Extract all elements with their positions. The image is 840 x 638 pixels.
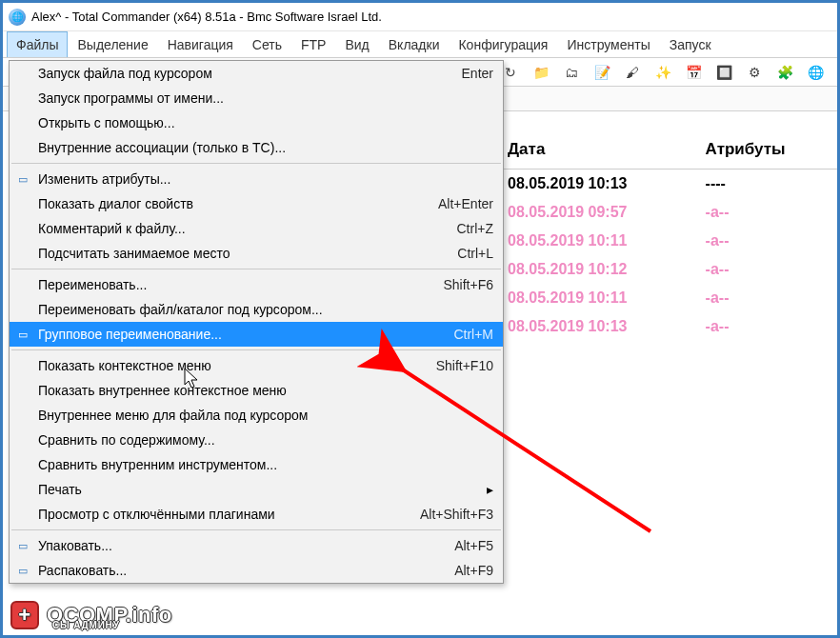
- title-bar: 🌐 Alex^ - Total Commander (x64) 8.51a - …: [3, 3, 837, 31]
- app-window: 🌐 Alex^ - Total Commander (x64) 8.51a - …: [0, 0, 840, 638]
- menu-item-label: Просмотр с отключёнными плагинами: [38, 507, 401, 522]
- puzzle-icon[interactable]: 🧩: [774, 62, 795, 83]
- table-row[interactable]: 08.05.2019 10:13-a--: [498, 312, 837, 341]
- cell-date: 08.05.2019 10:11: [498, 227, 696, 255]
- menu-item[interactable]: Показать диалог свойствAlt+Enter: [10, 191, 503, 216]
- menu-item-label: Открыть с помощью...: [38, 115, 493, 130]
- window-title: Alex^ - Total Commander (x64) 8.51a - Bm…: [31, 10, 382, 24]
- wand-icon[interactable]: ✨: [652, 62, 673, 83]
- plus-icon: +: [10, 601, 39, 629]
- menu-separator: [11, 349, 501, 350]
- menu-item-label: Внутреннее меню для файла под курсором: [38, 408, 493, 423]
- menu-item-label: Показать внутреннее контекстное меню: [38, 383, 493, 398]
- cell-date: 08.05.2019 10:13: [498, 169, 696, 199]
- menu-item[interactable]: Переименовать файл/каталог под курсором.…: [10, 297, 503, 322]
- table-row[interactable]: 08.05.2019 10:13----: [498, 169, 837, 199]
- column-header-attr[interactable]: Атрибуты: [696, 132, 837, 169]
- cell-date: 08.05.2019 10:12: [498, 255, 696, 284]
- folder-icon[interactable]: 📁: [530, 62, 551, 83]
- menu-item-shortcut: Shift+F10: [417, 358, 493, 373]
- app-icon: 🌐: [9, 9, 26, 26]
- cell-attr: -a--: [696, 198, 837, 227]
- menu-конфигурация[interactable]: Конфигурация: [449, 31, 557, 57]
- menu-item-label: Запуск файла под курсором: [38, 66, 443, 81]
- menu-вкладки[interactable]: Вкладки: [379, 31, 450, 57]
- table-row[interactable]: 08.05.2019 09:57-a--: [498, 198, 837, 227]
- menu-вид[interactable]: Вид: [335, 31, 378, 57]
- menu-item[interactable]: Подсчитать занимаемое местоCtrl+L: [10, 241, 503, 266]
- menu-item-label: Внутренние ассоциации (только в TC)...: [38, 140, 493, 155]
- watermark-sub: СЫ АДМИНУ: [52, 620, 120, 630]
- notepad-icon[interactable]: 📝: [591, 62, 612, 83]
- brush-icon[interactable]: 🖌: [622, 62, 643, 83]
- menu-item[interactable]: ▭Упаковать...Alt+F5: [10, 533, 503, 558]
- submenu-arrow-icon: ▸: [468, 482, 493, 497]
- menu-инструменты[interactable]: Инструменты: [557, 31, 659, 57]
- menu-сеть[interactable]: Сеть: [243, 31, 291, 57]
- menu-separator: [11, 529, 501, 530]
- menu-item-shortcut: Ctrl+Z: [438, 221, 494, 236]
- globe-icon[interactable]: 🌐: [805, 62, 826, 83]
- menu-item-label: Печать: [38, 482, 468, 497]
- menu-item[interactable]: Сравнить по содержимому...: [10, 428, 503, 452]
- menu-item-label: Сравнить внутренним инструментом...: [38, 457, 493, 472]
- menu-навигация[interactable]: Навигация: [158, 31, 243, 57]
- pack-icon: ▭: [15, 538, 30, 553]
- menu-item-label: Переименовать...: [38, 277, 424, 292]
- menu-ftp[interactable]: FTP: [291, 31, 335, 57]
- cell-attr: -a--: [696, 312, 837, 341]
- menu-item[interactable]: Открыть с помощью...: [10, 110, 503, 135]
- menu-item-label: Сравнить по содержимому...: [38, 432, 493, 448]
- cell-date: 08.05.2019 09:57: [498, 198, 696, 227]
- menu-item[interactable]: Внутренние ассоциации (только в TC)...: [10, 135, 503, 160]
- menu-item[interactable]: Переименовать...Shift+F6: [10, 272, 503, 297]
- menu-файлы[interactable]: Файлы: [7, 31, 68, 57]
- menu-item[interactable]: Сравнить внутренним инструментом...: [10, 452, 503, 477]
- table-row[interactable]: 08.05.2019 10:11-a--: [498, 227, 837, 255]
- menu-item[interactable]: Просмотр с отключёнными плагинамиAlt+Shi…: [10, 502, 503, 527]
- menu-item[interactable]: Запуск программы от имени...: [10, 86, 503, 110]
- menu-item-label: Подсчитать занимаемое место: [38, 246, 438, 261]
- menu-item-label: Комментарий к файлу...: [38, 221, 438, 236]
- menu-item[interactable]: Показать внутреннее контекстное меню: [10, 378, 503, 403]
- files-menu-dropdown: Запуск файла под курсоромEnterЗапуск про…: [9, 60, 504, 584]
- menu-item[interactable]: Внутреннее меню для файла под курсором: [10, 403, 503, 428]
- table-row[interactable]: 08.05.2019 10:11-a--: [498, 284, 837, 312]
- page-icon: ▭: [15, 171, 30, 187]
- menu-item-shortcut: Alt+F9: [435, 563, 493, 578]
- menu-item-shortcut: Enter: [443, 66, 493, 81]
- menu-item-label: Изменить атрибуты...: [38, 171, 493, 187]
- watermark-logo: + OCOMP.info СЫ АДМИНУ: [10, 601, 172, 629]
- menu-item[interactable]: ▭Изменить атрибуты...: [10, 167, 503, 191]
- menu-bar: ФайлыВыделениеНавигацияСетьFTPВидВкладки…: [3, 31, 837, 58]
- cell-attr: -a--: [696, 227, 837, 255]
- table-row[interactable]: 08.05.2019 10:12-a--: [498, 255, 837, 284]
- menu-item-label: Распаковать...: [38, 563, 435, 578]
- menu-item-shortcut: Alt+Shift+F3: [401, 507, 493, 522]
- menu-item[interactable]: Показать контекстное менюShift+F10: [10, 353, 503, 378]
- menu-item-shortcut: Ctrl+M: [434, 327, 493, 342]
- menu-item-shortcut: Shift+F6: [424, 277, 493, 292]
- menu-item[interactable]: Печать▸: [10, 477, 503, 502]
- file-list[interactable]: Дата Атрибуты 08.05.2019 10:13----08.05.…: [498, 132, 837, 341]
- menu-item-shortcut: Alt+F5: [435, 538, 493, 553]
- cell-attr: -a--: [696, 284, 837, 312]
- menu-item[interactable]: Запуск файла под курсоромEnter: [10, 61, 503, 86]
- calendar-icon[interactable]: 📅: [683, 62, 704, 83]
- cell-attr: ----: [696, 169, 837, 199]
- menu-запуск[interactable]: Запуск: [660, 31, 721, 57]
- window-icon[interactable]: 🔲: [713, 62, 734, 83]
- menu-item-shortcut: Ctrl+L: [438, 246, 493, 261]
- menu-item[interactable]: ▭Распаковать...Alt+F9: [10, 558, 503, 583]
- cell-date: 08.05.2019 10:13: [498, 312, 696, 341]
- menu-item[interactable]: Комментарий к файлу...Ctrl+Z: [10, 216, 503, 241]
- gear-icon[interactable]: ⚙: [744, 62, 765, 83]
- cell-attr: -a--: [696, 255, 837, 284]
- rename-group-icon: ▭: [15, 327, 30, 342]
- explorer-icon[interactable]: 🗂: [561, 62, 582, 83]
- menu-выделение[interactable]: Выделение: [68, 31, 157, 57]
- menu-item-label: Переименовать файл/каталог под курсором.…: [38, 302, 493, 317]
- menu-item[interactable]: ▭Групповое переименование...Ctrl+M: [10, 322, 503, 347]
- menu-item-label: Запуск программы от имени...: [38, 90, 493, 106]
- column-header-date[interactable]: Дата: [498, 132, 696, 169]
